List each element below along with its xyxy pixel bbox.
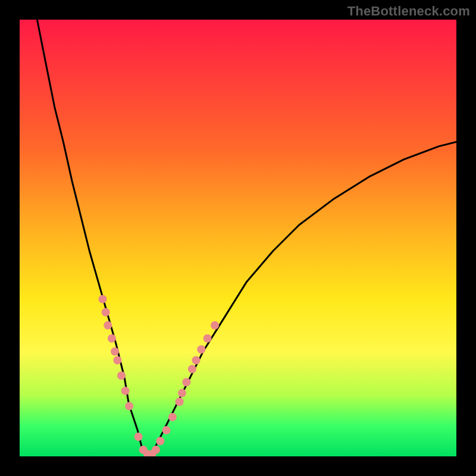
marker-dot (197, 345, 205, 353)
marker-dot (102, 308, 110, 317)
marker-dots (99, 295, 220, 456)
marker-dot (152, 446, 160, 454)
marker-dot (111, 347, 119, 356)
marker-dot (182, 378, 190, 386)
marker-dot (188, 365, 196, 373)
chart-frame: TheBottleneck.com (0, 0, 476, 476)
chart-plot-area (20, 20, 456, 456)
curve-line (37, 20, 456, 456)
marker-dot (192, 356, 201, 365)
marker-dot (104, 321, 112, 330)
watermark-text: TheBottleneck.com (347, 4, 470, 19)
marker-dot (168, 413, 177, 421)
marker-dot (162, 426, 171, 434)
marker-dot (178, 389, 186, 397)
marker-dot (117, 371, 126, 380)
marker-dot (121, 387, 130, 395)
marker-dot (156, 437, 164, 445)
marker-dot (108, 334, 116, 343)
marker-dot (134, 433, 143, 441)
marker-dot (99, 295, 107, 303)
marker-dot (113, 356, 121, 365)
marker-dot (125, 402, 133, 411)
marker-dot (211, 321, 219, 330)
chart-svg (20, 20, 456, 456)
marker-dot (203, 334, 212, 343)
marker-dot (176, 397, 184, 406)
